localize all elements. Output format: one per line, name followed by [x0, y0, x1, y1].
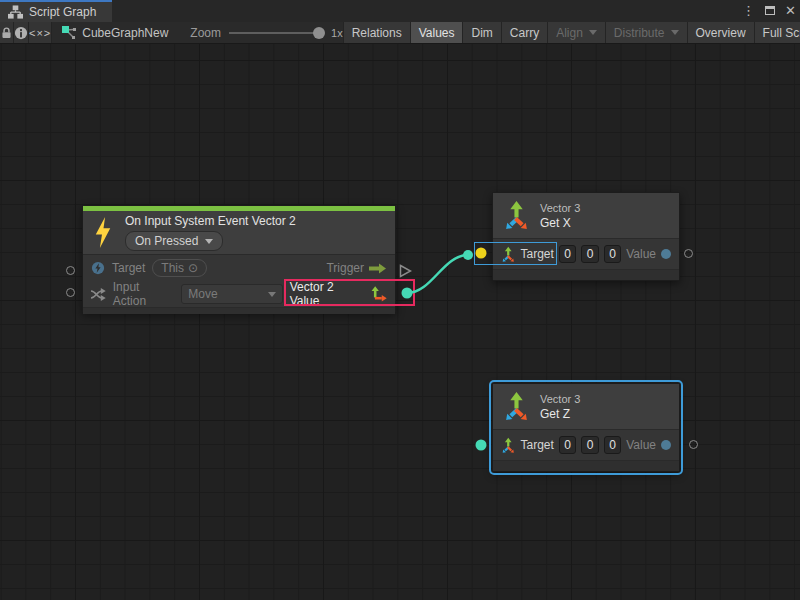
input-action-value: Move [188, 287, 217, 301]
code-preview-button[interactable]: <×> [29, 22, 52, 43]
target-this-value: This [161, 261, 184, 275]
getx-value-y-field[interactable]: 0 [581, 245, 598, 263]
info-icon [14, 26, 28, 40]
event-input-action-input-port[interactable] [66, 288, 75, 297]
overview-button[interactable]: Overview [687, 22, 754, 43]
getz-target-label: Target [520, 438, 553, 452]
vector3-mini-icon [501, 246, 515, 263]
node-on-input-system-event[interactable]: On Input System Event Vector 2 On Presse… [82, 205, 396, 313]
vector3-icon [503, 200, 530, 231]
chevron-down-icon [671, 30, 679, 35]
chevron-down-icon [268, 292, 276, 297]
event-mode-value: On Pressed [135, 234, 198, 248]
vector3-icon [503, 391, 530, 422]
getx-value-port[interactable] [661, 249, 671, 259]
zoom-control: Zoom 1x [190, 22, 342, 43]
graph-breadcrumb[interactable]: CubeGraphNew [62, 22, 168, 43]
getx-value-output-port[interactable] [684, 249, 693, 258]
getx-name-label: Get X [540, 216, 580, 230]
object-picker-icon: ⊙ [188, 261, 198, 275]
trigger-arrow-icon [369, 263, 387, 274]
trigger-output: Trigger [326, 261, 387, 275]
getz-target-row: Target 0 0 0 Value [493, 430, 679, 460]
input-action-dropdown[interactable]: Move [181, 284, 282, 304]
event-target-icon [91, 261, 105, 275]
chevron-down-icon [205, 239, 213, 244]
distribute-button[interactable]: Distribute [605, 22, 687, 43]
graph-canvas[interactable]: On Input System Event Vector 2 On Presse… [0, 44, 800, 600]
getz-type-label: Vector 3 [540, 393, 580, 405]
relations-button[interactable]: Relations [343, 22, 410, 43]
event-node-header: On Input System Event Vector 2 On Presse… [83, 211, 395, 255]
lock-button[interactable] [0, 22, 14, 43]
input-action-icon [91, 288, 106, 301]
vector2-type-icon [370, 286, 387, 302]
align-button[interactable]: Align [547, 22, 605, 43]
graph-asset-icon [62, 26, 77, 40]
event-node-footer [83, 307, 395, 314]
getz-footer [493, 460, 679, 471]
toolbar-toggles: Relations Values Dim Carry Align Distrib… [343, 22, 800, 43]
getz-value-x-field[interactable]: 0 [559, 436, 576, 454]
zoom-slider-knob[interactable] [313, 27, 325, 39]
target-this-chip[interactable]: This ⊙ [152, 259, 207, 277]
getz-value-label: Value [626, 438, 656, 452]
titlebar: Script Graph ⋮ ✕ [0, 0, 800, 22]
lightning-bolt-icon [93, 217, 113, 248]
getx-value-x-field[interactable]: 0 [559, 245, 576, 263]
script-graph-icon [8, 5, 23, 20]
getx-header: Vector 3 Get X [493, 193, 679, 239]
getz-value-z-field[interactable]: 0 [604, 436, 621, 454]
window-controls: ⋮ ✕ [742, 0, 796, 22]
vector2-value-output-port [402, 288, 413, 299]
maximize-icon[interactable] [765, 0, 775, 22]
event-target-input-port[interactable] [66, 266, 75, 275]
maximize-glyph [765, 6, 775, 15]
graph-name: CubeGraphNew [82, 26, 168, 40]
carry-button[interactable]: Carry [501, 22, 547, 43]
align-label: Align [556, 26, 583, 40]
node-vector3-get-z[interactable]: Vector 3 Get Z Target 0 0 0 Value [492, 383, 680, 472]
fullscreen-button[interactable]: Full Screen [754, 22, 800, 43]
getz-value-output-port[interactable] [689, 440, 698, 449]
getx-target-label: Target [520, 247, 553, 261]
target-label: Target [112, 261, 145, 275]
getx-value-label: Value [626, 247, 656, 261]
event-input-action-row: Input Action Move Vector 2 Value [83, 281, 395, 307]
distribute-label: Distribute [614, 26, 665, 40]
getz-value-port[interactable] [661, 440, 671, 450]
vector3-mini-icon [501, 437, 515, 454]
close-icon[interactable]: ✕ [785, 0, 796, 22]
connection-layer [0, 44, 800, 600]
input-action-label: Input Action [113, 280, 175, 308]
values-button[interactable]: Values [410, 22, 463, 43]
vector2-value-label: Vector 2 Value [290, 280, 366, 308]
info-button[interactable] [14, 22, 29, 43]
chevron-down-icon [589, 30, 597, 35]
getz-name-label: Get Z [540, 407, 580, 421]
event-node-title: On Input System Event Vector 2 [125, 214, 296, 228]
connection-wire [407, 255, 468, 293]
connection-endpoint-dot [463, 250, 473, 260]
getz-value-y-field[interactable]: 0 [581, 436, 598, 454]
getz-header: Vector 3 Get Z [493, 384, 679, 430]
zoom-label: Zoom [190, 26, 221, 40]
graph-toolbar: <×> CubeGraphNew Zoom 1x Relations Value… [0, 22, 800, 44]
zoom-slider[interactable] [229, 32, 323, 34]
getx-value-z-field[interactable]: 0 [604, 245, 621, 263]
code-icon: <×> [29, 27, 51, 39]
getx-type-label: Vector 3 [540, 202, 580, 214]
event-mode-dropdown[interactable]: On Pressed [125, 231, 223, 251]
trigger-output-port[interactable] [399, 264, 412, 278]
tab-script-graph[interactable]: Script Graph [0, 0, 112, 22]
tab-title: Script Graph [29, 5, 96, 19]
zoom-value: 1x [331, 27, 343, 39]
getz-target-input-port [476, 440, 487, 451]
getx-target-input-port [476, 248, 487, 259]
getx-target-row: Target 0 0 0 Value [493, 239, 679, 269]
node-vector3-get-x[interactable]: Vector 3 Get X Target 0 0 0 Value [492, 192, 680, 281]
lock-icon [0, 26, 13, 40]
menu-icon[interactable]: ⋮ [742, 0, 755, 22]
unity-script-graph-window: Script Graph ⋮ ✕ <×> [0, 0, 800, 600]
dim-button[interactable]: Dim [462, 22, 500, 43]
